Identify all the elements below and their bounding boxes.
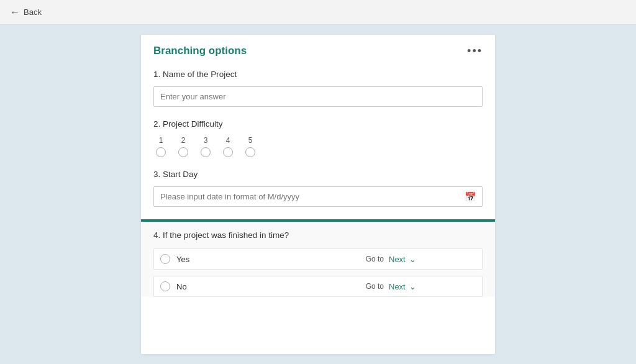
rating-item-1: 1 [156, 136, 166, 157]
chevron-down-yes-icon: ⌄ [409, 255, 416, 264]
rating-item-3: 3 [201, 136, 211, 157]
date-input-wrap: 📅 [153, 186, 483, 207]
branch-no-label: No [176, 282, 366, 291]
branch-yes-label: Yes [176, 255, 366, 264]
goto-select-no[interactable]: Next ⌄ [389, 282, 476, 291]
date-input[interactable] [153, 186, 483, 207]
question-1-label: 1. Name of the Project [153, 70, 483, 79]
back-button[interactable]: ← Back [10, 7, 42, 18]
rating-row: 1 2 3 4 5 [153, 136, 483, 157]
question-3-label: 3. Start Day [153, 170, 483, 179]
panel-title: Branching options [153, 45, 247, 57]
rating-num-3: 3 [204, 136, 208, 145]
rating-num-4: 4 [226, 136, 230, 145]
panel-body: 1. Name of the Project 2. Project Diffic… [141, 63, 495, 207]
rating-radio-4[interactable] [223, 147, 233, 157]
rating-item-4: 4 [223, 136, 233, 157]
goto-label-no: Go to [366, 282, 384, 291]
goto-value-no: Next [389, 282, 406, 291]
question-1-block: 1. Name of the Project [153, 70, 483, 107]
rating-num-2: 2 [181, 136, 186, 145]
back-label: Back [24, 7, 42, 17]
branching-question-label: 4. If the project was finished in time? [153, 230, 483, 240]
branch-option-no: No Go to Next ⌄ [153, 276, 483, 297]
panel-header: Branching options ••• [141, 35, 495, 63]
main-area: Branching options ••• 1. Name of the Pro… [0, 25, 636, 364]
rating-radio-1[interactable] [156, 147, 166, 157]
rating-radio-5[interactable] [245, 147, 255, 157]
panel: Branching options ••• 1. Name of the Pro… [141, 35, 495, 354]
question-2-block: 2. Project Difficulty 1 2 3 [153, 119, 483, 157]
rating-num-5: 5 [248, 136, 253, 145]
more-options-button[interactable]: ••• [467, 45, 483, 57]
question-3-block: 3. Start Day 📅 [153, 170, 483, 207]
goto-label-yes: Go to [366, 255, 384, 263]
rating-item-5: 5 [245, 136, 255, 157]
goto-value-yes: Next [389, 255, 406, 264]
goto-select-yes[interactable]: Next ⌄ [389, 255, 476, 264]
branch-radio-yes[interactable] [160, 254, 170, 264]
rating-item-2: 2 [178, 136, 188, 157]
branching-section: 4. If the project was finished in time? … [141, 222, 495, 297]
rating-radio-2[interactable] [178, 147, 188, 157]
rating-radio-3[interactable] [201, 147, 211, 157]
question-1-input[interactable] [153, 86, 483, 107]
back-arrow-icon: ← [10, 7, 20, 18]
rating-num-1: 1 [159, 136, 163, 145]
branch-option-yes: Yes Go to Next ⌄ [153, 248, 483, 270]
top-bar: ← Back [0, 0, 636, 25]
branch-radio-no[interactable] [160, 281, 170, 291]
question-2-label: 2. Project Difficulty [153, 119, 483, 129]
chevron-down-no-icon: ⌄ [409, 282, 416, 291]
